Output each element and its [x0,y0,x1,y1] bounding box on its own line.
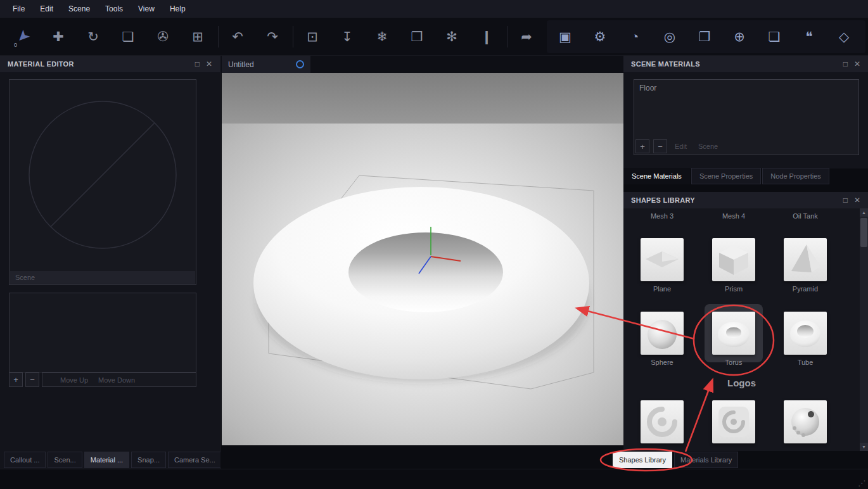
scene-materials-header: SCENE MATERIALS □ ✕ [623,56,868,72]
tab-snap[interactable]: Snap... [131,452,166,468]
shape-tile-tube[interactable] [784,312,827,355]
add-button[interactable]: + [9,372,23,387]
sphere-thumbnail-icon [641,312,684,355]
menu-edit[interactable]: Edit [32,0,61,18]
share-icon[interactable]: ➦ [512,23,541,50]
material-preview[interactable]: Scene [9,79,196,285]
document-tab-bar: Untitled [220,56,623,73]
float-panel-icon[interactable]: □ [843,60,848,68]
shape-tile-plane[interactable] [641,238,684,281]
tab-scene-properties[interactable]: Scene Properties [691,168,761,184]
tab-materials-library[interactable]: Materials Library [674,452,738,468]
float-panel-icon[interactable]: □ [843,196,848,205]
scroll-up-icon[interactable]: ▲ [860,208,868,217]
resize-grip-icon[interactable]: ⋰ [858,479,865,488]
right-dock: SCENE MATERIALS □ ✕ Floor + − Edit Scene… [623,56,868,469]
rotate-tool-icon[interactable]: ↻ [79,23,108,50]
scroll-down-icon[interactable]: ▼ [860,443,868,451]
shape-label-mesh4: Mesh 4 [712,212,755,220]
library-tabs: Shapes Library Materials Library [613,452,740,468]
menu-tools[interactable]: Tools [98,0,131,18]
geometry-cube-icon[interactable]: ◇ [828,23,860,50]
pointer-tool-icon[interactable]: ➤ 0 [9,23,38,50]
edit-material-button[interactable]: Edit [671,139,691,153]
material-list-box[interactable] [9,293,196,372]
render-icon[interactable]: ◔ [619,23,651,50]
document-tab-label: Untitled [228,60,254,69]
close-panel-icon[interactable]: ✕ [206,60,212,68]
video-camera-icon[interactable]: ✇ [148,23,177,50]
frame-view-icon[interactable]: ⊡ [298,23,327,50]
close-panel-icon[interactable]: ✕ [854,60,860,68]
float-panel-icon[interactable]: □ [195,60,200,68]
tab-material[interactable]: Material ... [84,452,129,468]
move-tool-icon[interactable]: ✚ [44,23,73,50]
close-panel-icon[interactable]: ✕ [854,196,860,205]
viewport-canvas[interactable] [222,73,623,445]
backplate-icon[interactable]: ❏ [758,23,790,50]
shape-label-pyramid: Pyramid [784,285,827,293]
undo-icon[interactable]: ↶ [223,23,252,50]
scene-nodes-icon[interactable]: ▣ [549,23,581,50]
viewport-region: Untitled [220,56,623,469]
library-folder-icon[interactable]: ❐ [689,23,720,50]
tab-callout[interactable]: Callout ... [4,452,46,468]
menu-help[interactable]: Help [162,0,193,18]
add-material-button[interactable]: + [635,139,649,153]
capture-icon[interactable]: ◎ [654,23,686,50]
snowflake-icon[interactable]: ❄ [367,23,397,50]
material-list-item-floor[interactable]: Floor [634,80,858,92]
menu-view[interactable]: View [131,0,162,18]
tube-thumbnail-icon [784,312,827,355]
shape-tile-sphere[interactable] [641,312,684,355]
scrollbar-thumb[interactable] [860,218,867,247]
document-tab-untitled[interactable]: Untitled [222,56,310,73]
scene-materials-list[interactable]: Floor + − Edit Scene [634,79,859,155]
add-callout-icon[interactable]: ⊞ [183,23,212,50]
annotation-icon[interactable]: ❝ [793,23,825,50]
environment-icon[interactable]: ⊕ [724,23,755,50]
material-scene-label: Scene [15,274,35,281]
tab-camera-settings[interactable]: Camera Se... [168,452,222,468]
tab-node-properties[interactable]: Node Properties [762,168,829,184]
toolbar-separator [507,26,507,48]
plane-thumbnail-icon [641,238,684,281]
render-scene [222,73,623,445]
toolbar-separator [293,26,293,48]
redo-icon[interactable]: ↷ [258,23,287,50]
move-down-button[interactable]: Move Down [98,376,135,384]
settings-gear-icon[interactable]: ⚙ [584,23,616,50]
torus-object [253,187,589,379]
shape-tile-torus[interactable] [712,312,755,355]
shape-tile-prism[interactable] [712,238,755,281]
logo-tile-2[interactable] [712,400,755,443]
duplicate-icon[interactable]: ❏ [113,23,143,50]
remove-material-button[interactable]: − [653,139,667,153]
material-editor-title: MATERIAL EDITOR [8,60,74,68]
pattern-icon[interactable]: ✻ [437,23,466,50]
menu-file[interactable]: File [5,0,32,18]
shape-label-sphere: Sphere [641,359,684,366]
link-materials-icon[interactable]: ❒ [402,23,431,50]
studded-ball-logo-icon [784,400,827,443]
logo-tile-3[interactable] [784,400,827,443]
shape-label-torus: Torus [712,359,755,366]
drop-to-floor-icon[interactable]: ↧ [333,23,362,50]
menu-scene[interactable]: Scene [61,0,98,18]
tab-shapes-library[interactable]: Shapes Library [613,452,672,468]
left-dock-tabs: Callout ... Scen... Material ... Snap...… [4,452,224,468]
torus-thumbnail-icon [712,312,755,355]
pyramid-thumbnail-icon [784,238,827,281]
shape-tile-pyramid[interactable] [784,238,827,281]
move-up-button[interactable]: Move Up [60,376,88,384]
material-scene-row[interactable]: Scene [10,271,195,284]
shapes-scrollbar[interactable]: ▲ ▼ [860,208,868,451]
logo-tile-1[interactable] [641,400,684,443]
remove-button[interactable]: − [25,372,39,387]
swirl-plaque-logo-icon [712,400,755,443]
tab-scene[interactable]: Scen... [48,452,82,468]
scene-material-button[interactable]: Scene [694,139,722,153]
toolbar-separator [218,26,219,48]
tab-scene-materials[interactable]: Scene Materials [623,168,690,184]
material-bottle-icon[interactable]: ❙ [472,23,501,50]
